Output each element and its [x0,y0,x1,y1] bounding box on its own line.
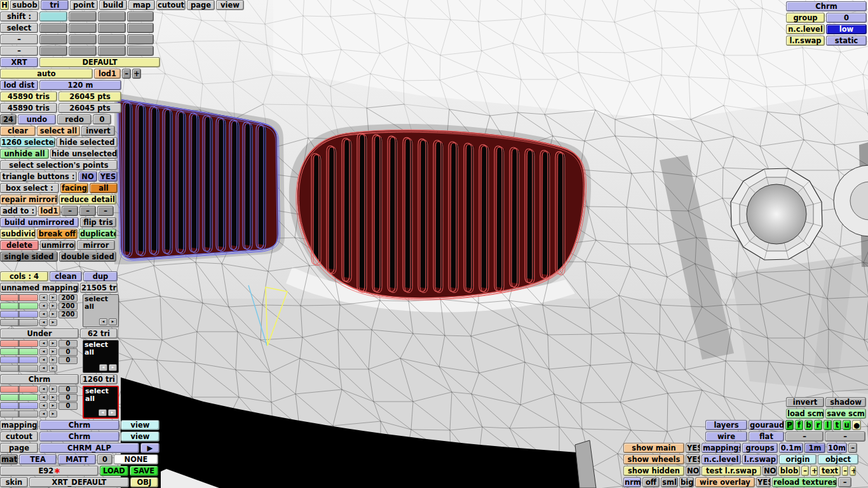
step-left-button[interactable]: ◂ [39,348,48,355]
slider-handle[interactable] [18,295,20,301]
step-right-button[interactable]: ▸ [49,348,57,355]
skin-button[interactable]: skin [0,477,28,487]
clean-button[interactable]: clean [50,271,82,281]
step-right-button[interactable]: ▸ [49,394,57,401]
select-prev-button[interactable]: ◂ [99,318,107,325]
wire-overlay-value[interactable]: YES [756,477,771,487]
slider-handle[interactable] [18,320,20,325]
dash-button[interactable]: – [0,34,38,44]
slider-handle[interactable] [18,349,20,355]
green-slider[interactable] [0,302,38,309]
dash-button[interactable]: – [848,443,857,453]
subob-button[interactable]: subob [10,0,39,10]
off-button[interactable]: off [642,477,660,487]
step-right-button[interactable]: ▸ [49,319,57,326]
green-slider[interactable] [0,348,38,355]
reduce-detail-button[interactable]: reduce detail [59,194,116,205]
blob-minus-button[interactable]: – [801,466,809,476]
layer-u-button[interactable]: u [843,420,851,430]
page-button[interactable]: page [187,0,215,10]
delete-button[interactable]: delete [0,240,39,250]
triangle-buttons-button[interactable]: triangle buttons : [0,172,77,182]
matt-button[interactable]: MATT [58,454,96,464]
clear-button[interactable]: clear [0,126,36,136]
shift-button[interactable]: shift : [0,11,38,22]
under-button[interactable]: Under [0,329,79,339]
l-r-swap-button[interactable]: l.r.swap [742,454,778,464]
redo-button[interactable]: redo [57,114,92,125]
layer-b-button[interactable]: b [804,420,813,430]
nrm-button[interactable]: nrm [623,477,641,487]
step-left-button[interactable]: ◂ [39,302,48,309]
red-slider[interactable] [0,294,38,301]
lod-dist-value[interactable]: 120 m [39,80,121,90]
hide-unselected-button[interactable]: hide unselected [50,149,118,159]
invert-button[interactable]: invert [786,397,824,407]
default-button[interactable]: DEFAULT [39,57,160,67]
test-l-r-swap-button[interactable]: test l.r.swap [702,466,761,476]
cols-4-button[interactable]: cols : 4 [0,271,48,281]
grid-slot[interactable] [127,46,154,56]
cutout-button[interactable]: cutout [156,0,186,10]
mat-button[interactable]: mat [0,454,18,464]
add-to-lod1-button[interactable]: lod1 [38,206,60,216]
all-button[interactable]: all [90,183,118,193]
sml-button[interactable]: sml [661,477,678,487]
step-left-button[interactable]: ◂ [39,319,48,326]
facing-button[interactable]: facing [60,183,88,193]
load-scm-button[interactable]: load scm [786,409,824,419]
save-button[interactable]: SAVE [130,466,158,476]
lod-minus-button[interactable]: – [122,69,131,79]
grid-slot[interactable] [69,46,97,56]
wire-button[interactable]: wire [705,431,747,442]
step-left-button[interactable]: ◂ [39,386,48,393]
grid-slot[interactable] [69,23,97,33]
slider-handle[interactable] [18,341,20,346]
mapping-view-button[interactable]: view [121,420,159,430]
reload-textures-button[interactable]: reload textures [772,477,837,487]
step-right-button[interactable]: ▸ [49,294,57,301]
red-slider[interactable] [0,386,38,393]
step-right-button[interactable]: ▸ [49,340,57,347]
build-unmirrored-button[interactable]: build unmirrored [0,217,79,227]
grid-10m-button[interactable]: 10m [827,443,847,453]
grid-slot[interactable] [69,34,97,44]
text-plus-button[interactable]: + [850,466,856,476]
invert-button[interactable]: invert [81,126,115,136]
flat-button[interactable]: flat [749,431,784,442]
blob-plus-button[interactable]: + [810,466,818,476]
tea-button[interactable]: TEA [19,454,57,464]
show-main-button[interactable]: show main [623,443,684,453]
step-left-button[interactable]: ◂ [39,410,48,417]
layer-p-button[interactable]: P [785,420,794,430]
add-to-button[interactable]: add to : [0,206,37,216]
grid-slot[interactable] [98,46,126,56]
lr-swap-value-button[interactable]: static [826,36,867,46]
step-right-button[interactable]: ▸ [49,311,57,318]
red-slider[interactable] [0,340,38,347]
step-left-button[interactable]: ◂ [39,402,48,409]
groups-button[interactable]: groups [742,443,778,453]
step-right-button[interactable]: ▸ [49,386,57,393]
h-button[interactable]: H [0,0,9,10]
cutout-name-button[interactable]: Chrm [39,431,119,442]
step-left-button[interactable]: ◂ [39,294,48,301]
nc-level-value-button[interactable]: low [826,24,867,34]
duplicate-button[interactable]: duplicate [79,229,116,239]
flip-tris-button[interactable]: flip tris [80,217,116,227]
text-minus-button[interactable]: – [842,466,848,476]
dash-button[interactable]: – [79,206,96,216]
dup-button[interactable]: dup [83,271,118,281]
dash-button[interactable]: – [0,46,38,56]
slider-handle[interactable] [18,386,20,392]
select-all-box[interactable]: select all◂▸ [83,294,119,327]
big-button[interactable]: big [679,477,694,487]
chrm-button[interactable]: Chrm [0,374,79,384]
object-button[interactable]: object [818,454,858,464]
step-right-button[interactable]: ▸ [49,410,57,417]
grid-slot[interactable] [98,34,126,44]
model-name-button[interactable]: E92✱ [0,466,98,476]
grid-slot[interactable] [39,23,67,33]
blob-button[interactable]: blob [778,466,800,476]
grid-0-1m-button[interactable]: 0.1m [779,443,803,453]
